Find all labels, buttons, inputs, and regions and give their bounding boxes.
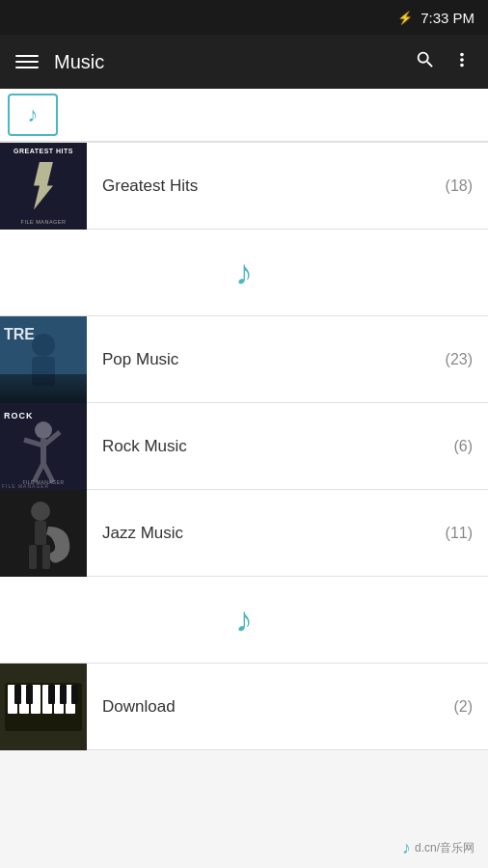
svg-rect-16 xyxy=(35,521,46,545)
tab-bar: ♪ xyxy=(0,89,488,143)
pop-thumb: TRE xyxy=(0,316,87,403)
list-item[interactable]: ♪ Music (7) xyxy=(0,230,488,316)
list-item[interactable]: ♪ Ringtones (3) xyxy=(0,577,488,664)
music-list: GREATEST HITS FILE MANAGER Greatest Hits… xyxy=(0,143,488,750)
status-bar: ⚡ 7:33 PM xyxy=(0,0,488,35)
svg-text:FILE MANAGER: FILE MANAGER xyxy=(2,483,49,489)
ringtones-thumb: ♪ xyxy=(0,577,488,663)
svg-rect-31 xyxy=(71,685,78,704)
music-thumb: ♪ xyxy=(0,230,488,315)
svg-rect-17 xyxy=(29,545,37,569)
app-bar: Music xyxy=(0,35,488,89)
app-bar-actions xyxy=(415,49,473,75)
list-item-count: (6) xyxy=(453,438,473,455)
watermark: ♪ d.cn/音乐网 xyxy=(402,838,474,858)
status-time: 7:33 PM xyxy=(420,10,474,26)
download-thumb xyxy=(0,664,87,750)
list-item-count: (23) xyxy=(446,351,473,368)
svg-point-2 xyxy=(32,334,55,357)
search-button[interactable] xyxy=(415,49,436,75)
list-item[interactable]: Jazz Music (11) xyxy=(0,490,488,577)
svg-rect-4 xyxy=(0,374,87,403)
music-note-tab-icon: ♪ xyxy=(28,102,39,127)
list-item-title: Jazz Music xyxy=(102,524,183,543)
svg-text:ROCK: ROCK xyxy=(4,411,34,420)
watermark-icon: ♪ xyxy=(402,838,411,858)
app-title: Music xyxy=(54,51,399,73)
list-item-count: (2) xyxy=(453,698,473,716)
tab-all-music[interactable]: ♪ xyxy=(8,94,58,136)
list-item-title: Pop Music xyxy=(102,350,178,369)
list-item[interactable]: TRE Pop Music (23) xyxy=(0,316,488,403)
list-item-title: Rock Music xyxy=(102,437,187,456)
svg-rect-18 xyxy=(42,545,50,569)
list-item[interactable]: ROCK FILE MANAGER Rock Music (6) xyxy=(0,403,488,490)
svg-text:TRE: TRE xyxy=(4,326,35,342)
battery-icon: ⚡ xyxy=(397,11,413,25)
svg-rect-28 xyxy=(26,685,33,704)
music-note-icon: ♪ xyxy=(235,600,253,640)
list-item[interactable]: Download (2) xyxy=(0,664,488,750)
list-item-title: Download xyxy=(102,697,176,717)
svg-rect-29 xyxy=(48,685,55,704)
menu-button[interactable] xyxy=(15,55,39,68)
rock-thumb: ROCK FILE MANAGER xyxy=(0,403,87,490)
svg-rect-3 xyxy=(32,357,55,386)
watermark-text: d.cn/音乐网 xyxy=(415,840,474,856)
list-item-count: (18) xyxy=(446,177,473,195)
svg-rect-30 xyxy=(60,685,67,704)
jazz-thumb xyxy=(0,490,87,577)
greatest-hits-thumb: GREATEST HITS FILE MANAGER xyxy=(0,143,87,230)
list-item[interactable]: GREATEST HITS FILE MANAGER Greatest Hits… xyxy=(0,143,488,230)
music-note-icon: ♪ xyxy=(235,253,253,293)
svg-point-15 xyxy=(31,502,50,521)
svg-rect-27 xyxy=(14,685,21,704)
list-item-title: Greatest Hits xyxy=(102,176,198,196)
svg-point-7 xyxy=(35,421,52,439)
list-item-count: (11) xyxy=(446,525,473,542)
more-options-button[interactable] xyxy=(451,49,473,75)
